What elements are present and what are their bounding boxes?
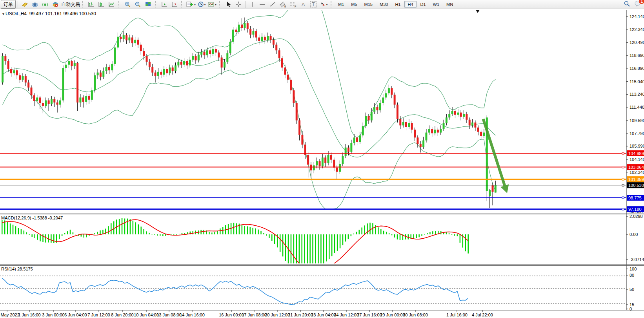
rsi-line <box>2 278 468 305</box>
vertical-line-icon[interactable] <box>247 0 257 9</box>
svg-text:97.180: 97.180 <box>628 207 642 212</box>
chat-icon[interactable]: 1 <box>635 0 642 8</box>
new-order-button[interactable]: 订单 <box>1 0 16 9</box>
svg-text:104.989: 104.989 <box>628 151 644 156</box>
cloud-icon[interactable] <box>30 0 40 9</box>
autotrade-label[interactable]: 自动交易 <box>61 1 80 8</box>
svg-text:17 Jun 08:00: 17 Jun 08:00 <box>242 313 267 317</box>
svg-text:107.790: 107.790 <box>629 131 644 136</box>
svg-text:109.590: 109.590 <box>629 118 644 123</box>
horizontal-line-icon[interactable] <box>258 0 267 9</box>
timeframe-button-d1[interactable]: D1 <box>417 1 429 8</box>
svg-text:113.240: 113.240 <box>629 92 644 97</box>
rsi-levels <box>0 276 626 303</box>
toolbar-grip <box>331 1 333 7</box>
notification-badge: 1 <box>639 0 644 4</box>
tile-windows-icon[interactable] <box>143 0 153 9</box>
chevron-down-icon: ▾ <box>215 3 216 6</box>
rsi-axis: 1008050150 <box>626 267 637 311</box>
chevron-down-icon: ▾ <box>194 3 196 6</box>
channel-sub-letter: E <box>284 5 286 8</box>
svg-text:101.359: 101.359 <box>628 177 644 182</box>
trendline-icon[interactable] <box>268 0 277 9</box>
toolbar-grip <box>82 1 84 7</box>
svg-text:104.140: 104.140 <box>629 157 644 162</box>
timeframe-button-h1[interactable]: H1 <box>392 1 404 8</box>
trading-platform-window: 124.140122.340120.490118.690116.890115.0… <box>0 0 644 318</box>
symbol-dropdown-icon[interactable]: ▾ <box>2 12 4 16</box>
toolbar-separator <box>245 1 246 8</box>
svg-text:100: 100 <box>629 267 637 271</box>
chart-ohlc-values: 99.497 101.161 99.496 100.530 <box>29 11 96 16</box>
toolbar-grip <box>118 1 120 7</box>
macd-histogram <box>2 218 469 275</box>
auto-scroll-icon[interactable] <box>169 0 179 9</box>
svg-text:31 May 2022: 31 May 2022 <box>0 313 20 317</box>
macd-indicator-label: MACD(12,26,9) -1.5388 -0.2047 <box>1 216 63 220</box>
timeframe-button-w1[interactable]: W1 <box>430 1 443 8</box>
svg-text:29 Jun 00:00: 29 Jun 00:00 <box>380 313 405 317</box>
search-icon[interactable] <box>624 0 631 9</box>
svg-text:8 Jun 20:00: 8 Jun 20:00 <box>111 313 134 317</box>
crosshair-icon[interactable] <box>234 0 243 9</box>
new-chart-icon[interactable]: ▾ <box>186 0 196 9</box>
fibonacci-icon[interactable]: F <box>288 0 298 9</box>
timeframe-button-mn[interactable]: MN <box>443 1 456 8</box>
macd-signal-line <box>2 220 468 272</box>
svg-text:50: 50 <box>629 287 634 292</box>
text-label-icon[interactable]: T <box>309 0 318 9</box>
svg-text:-3.0714: -3.0714 <box>629 257 644 262</box>
bollinger-bands <box>3 0 496 210</box>
svg-text:105.990: 105.990 <box>629 144 644 148</box>
svg-text:122.340: 122.340 <box>629 27 644 32</box>
chart-title: ▾USOil-,H4 99.497 101.161 99.496 100.530 <box>2 11 96 16</box>
svg-text:111.440: 111.440 <box>629 105 644 110</box>
chart-canvas[interactable]: 124.140122.340120.490118.690116.890115.0… <box>0 0 644 318</box>
svg-text:6 Jun 04:00: 6 Jun 04:00 <box>64 313 87 317</box>
svg-text:7 Jun 12:00: 7 Jun 12:00 <box>87 313 110 317</box>
svg-text:80: 80 <box>629 273 634 278</box>
svg-text:21 Jun 20:00: 21 Jun 20:00 <box>288 313 313 317</box>
bar-chart-icon[interactable] <box>86 0 96 9</box>
svg-text:30 Jun 08:00: 30 Jun 08:00 <box>403 313 428 317</box>
svg-text:118.690: 118.690 <box>629 53 644 58</box>
text-icon[interactable]: A <box>298 0 308 9</box>
zoom-out-icon[interactable] <box>133 0 142 9</box>
toolbar-separator <box>18 1 18 8</box>
svg-text:24 Jun 12:00: 24 Jun 12:00 <box>334 313 359 317</box>
clock-icon[interactable]: ▾ <box>197 0 206 9</box>
cursor-icon[interactable] <box>224 0 233 9</box>
candlestick-icon[interactable] <box>96 0 106 9</box>
svg-text:116.890: 116.890 <box>629 66 644 71</box>
line-chart-icon[interactable] <box>107 0 116 9</box>
timeframe-button-m1[interactable]: M1 <box>335 1 347 8</box>
svg-text:3 Jun 00:00: 3 Jun 00:00 <box>42 313 65 317</box>
toolbar-grip <box>155 1 157 7</box>
shapes-icon[interactable]: ▾ <box>319 0 328 9</box>
chart-shift-icon[interactable] <box>159 0 169 9</box>
chevron-down-icon: ▾ <box>204 3 206 6</box>
timeframe-button-m30[interactable]: M30 <box>377 1 391 8</box>
timeframe-button-m5[interactable]: M5 <box>348 1 360 8</box>
channel-icon[interactable]: E <box>278 0 287 9</box>
horizontal-price-lines[interactable] <box>0 152 626 210</box>
journal-icon[interactable] <box>20 0 29 9</box>
toolbar-grip <box>219 1 221 7</box>
signal-icon[interactable] <box>40 0 50 9</box>
svg-text:20 Jun 12:00: 20 Jun 12:00 <box>265 313 290 317</box>
timeframe-button-h4[interactable]: H4 <box>404 1 416 8</box>
timeframe-button-m15[interactable]: M15 <box>361 1 376 8</box>
templates-icon[interactable]: ▾ <box>207 0 217 9</box>
svg-text:115.040: 115.040 <box>629 79 644 84</box>
autotrade-icon[interactable] <box>51 0 60 9</box>
chart-symbol-period: USOil-,H4 <box>5 11 27 16</box>
svg-text:10 Jun 04:00: 10 Jun 04:00 <box>134 313 159 317</box>
svg-text:27 Jun 16:00: 27 Jun 16:00 <box>357 313 382 317</box>
zoom-in-icon[interactable] <box>123 0 132 9</box>
chart-shift-marker[interactable] <box>476 10 480 13</box>
svg-text:4 Jul 22:00: 4 Jul 22:00 <box>472 313 493 317</box>
macd-axis: 2.02980.00-3.0714 <box>626 214 644 262</box>
svg-text:98.775: 98.775 <box>628 196 642 200</box>
toolbar-grip <box>181 1 183 7</box>
fibo-sub-letter: F <box>295 5 296 8</box>
